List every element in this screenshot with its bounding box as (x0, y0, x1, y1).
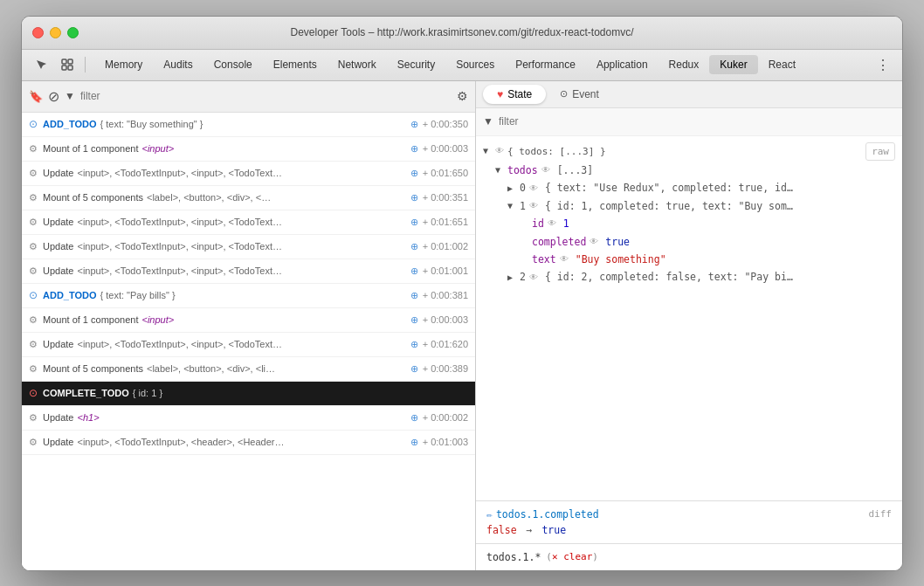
tree-eye[interactable]: 👁 (560, 252, 572, 266)
tree-toggle[interactable]: ▶ (507, 182, 520, 196)
log-item[interactable]: ⊙ ADD_TODO { text: "Buy something" } ⊕ +… (22, 113, 475, 137)
clear-label: clear (563, 551, 592, 562)
diff-from: false (486, 524, 517, 536)
diff-header: ✏ todos.1.completed diff (486, 508, 892, 521)
tab-console[interactable]: Console (203, 55, 263, 74)
tree-key-completed: completed (532, 234, 586, 250)
log-item[interactable]: ⚙ Update <input>, <TodoTextInput>, <head… (22, 431, 475, 455)
window-title: Developer Tools – http://work.krasimirts… (290, 26, 633, 38)
gear-icon: ⚙ (29, 192, 38, 203)
log-item[interactable]: ⚙ Mount of 5 components <label>, <button… (22, 186, 475, 210)
tree-eye[interactable]: 👁 (529, 199, 541, 213)
close-button[interactable] (32, 27, 44, 38)
log-item[interactable]: ⚙ Mount of 1 component <input> ⊕ + 0:00:… (22, 308, 475, 333)
tree-eye[interactable]: 👁 (529, 271, 541, 285)
tree-toggle[interactable]: ▼ (483, 144, 495, 158)
tab-audits[interactable]: Audits (153, 55, 203, 74)
tab-memory[interactable]: Memory (94, 55, 153, 74)
bookmark-icon[interactable]: 🔖 (29, 90, 43, 103)
more-options-icon[interactable]: ⋮ (871, 57, 895, 73)
log-item-selected[interactable]: ⊙ COMPLETE_TODO { id: 1 } (22, 382, 475, 406)
gear-icon: ⚙ (29, 437, 38, 448)
raw-label[interactable]: raw (865, 142, 895, 162)
maximize-button[interactable] (67, 27, 79, 38)
time-icon: ⊕ (410, 363, 418, 374)
tree-eye[interactable]: 👁 (529, 182, 541, 196)
tree-eye[interactable]: 👁 (590, 235, 602, 249)
tree-root-label: { todos: [...3] } (507, 144, 606, 160)
tree-node-todos: ▼ todos 👁 [...3] (483, 162, 895, 179)
tab-redux[interactable]: Redux (659, 55, 710, 74)
action-name: COMPLETE_TODO (43, 388, 129, 398)
time-icon: ⊕ (410, 437, 418, 447)
log-item[interactable]: ⚙ Mount of 1 component <input> ⊕ + 0:00:… (22, 137, 475, 162)
log-time: ⊕ + 0:01:620 (410, 339, 468, 350)
time-icon: ⊕ (410, 119, 418, 129)
log-item[interactable]: ⊙ ADD_TODO { text: "Pay bills" } ⊕ + 0:0… (22, 284, 475, 308)
log-time: ⊕ + 0:01:650 (410, 168, 468, 179)
minimize-button[interactable] (50, 27, 61, 38)
action-icon: ⊙ (29, 118, 38, 130)
tree-node-text: text 👁 "Buy something" (483, 251, 895, 268)
log-item[interactable]: ⚙ Update <input>, <TodoTextInput>, <inpu… (22, 235, 475, 259)
time-icon: ⊕ (410, 412, 418, 423)
log-item[interactable]: ⚙ Update <h1> ⊕ + 0:00:002 (22, 406, 475, 431)
tree-eye[interactable]: 👁 (495, 144, 507, 158)
log-item[interactable]: ⚙ Update <input>, <TodoTextInput>, <inpu… (22, 259, 475, 284)
log-item[interactable]: ⚙ Update <input>, <TodoTextInput>, <inpu… (22, 162, 475, 186)
tree-toggle[interactable]: ▼ (507, 199, 520, 213)
tab-state[interactable]: ♥ State (483, 85, 546, 104)
diff-path: todos.1.completed (496, 508, 599, 521)
tree-node-completed: completed 👁 true (483, 233, 895, 251)
action-detail: <input>, <TodoTextInput>, <input>, <Todo… (77, 168, 403, 178)
gear-icon: ⚙ (29, 412, 38, 424)
right-filter-input[interactable] (499, 115, 895, 128)
tree-toggle[interactable]: ▼ (495, 163, 507, 177)
left-panel-toolbar: 🔖 ⊘ ▼ ⚙ (22, 81, 475, 113)
tab-elements[interactable]: Elements (263, 55, 328, 74)
tab-network[interactable]: Network (328, 55, 387, 74)
tree-toggle[interactable]: ▶ (507, 271, 520, 285)
tree-value-todos: [...3] (557, 162, 594, 178)
titlebar: Developer Tools – http://work.krasimirts… (22, 17, 902, 50)
action-name: Update (43, 168, 73, 178)
tab-application[interactable]: Application (586, 55, 659, 74)
action-name: Update (43, 339, 73, 349)
block-icon[interactable]: ⊘ (48, 88, 59, 105)
tab-kuker[interactable]: Kuker (709, 55, 757, 74)
tab-react[interactable]: React (758, 55, 806, 74)
action-name: Update (43, 241, 73, 252)
action-detail: <input>, <TodoTextInput>, <input>, <Todo… (77, 217, 403, 227)
log-item[interactable]: ⚙ Mount of 5 components <label>, <button… (22, 357, 475, 382)
inspect-icon[interactable] (55, 53, 79, 76)
tree-eye[interactable]: 👁 (548, 217, 560, 231)
cursor-icon[interactable] (29, 53, 53, 76)
time-icon: ⊕ (410, 217, 418, 227)
log-item[interactable]: ⚙ Update <input>, <TodoTextInput>, <inpu… (22, 333, 475, 357)
tab-security[interactable]: Security (387, 55, 445, 74)
tree-eye[interactable]: 👁 (541, 163, 554, 177)
tab-sources[interactable]: Sources (445, 55, 505, 74)
filter-clear[interactable]: (✕ clear) (546, 551, 598, 562)
traffic-lights (32, 27, 79, 38)
time-icon: ⊕ (410, 339, 418, 349)
action-detail: <input>, <TodoTextInput>, <input>, <Todo… (77, 241, 403, 252)
log-item[interactable]: ⚙ Update <input>, <TodoTextInput>, <inpu… (22, 210, 475, 235)
settings-icon[interactable]: ⚙ (457, 89, 468, 103)
devtools-window: Developer Tools – http://work.krasimirts… (21, 16, 903, 571)
tab-event[interactable]: ⊙ Event (546, 85, 613, 104)
tab-performance[interactable]: Performance (505, 55, 586, 74)
action-detail: <label>, <button>, <div>, <li… (147, 363, 403, 374)
action-icon: ⊙ (29, 387, 38, 399)
tree-key-text: text (532, 252, 556, 267)
filter-section: todos.1.* (✕ clear) (476, 543, 902, 570)
svg-rect-0 (62, 59, 66, 64)
action-detail: <input>, <TodoTextInput>, <input>, <Todo… (77, 339, 403, 349)
action-name: Update (43, 437, 73, 447)
log-time: ⊕ + 0:00:381 (410, 290, 468, 301)
time-icon: ⊕ (410, 290, 418, 300)
action-detail: { id: 1 } (133, 388, 475, 398)
left-filter-input[interactable] (80, 90, 452, 102)
action-name: Update (43, 217, 73, 227)
svg-rect-3 (68, 65, 72, 70)
